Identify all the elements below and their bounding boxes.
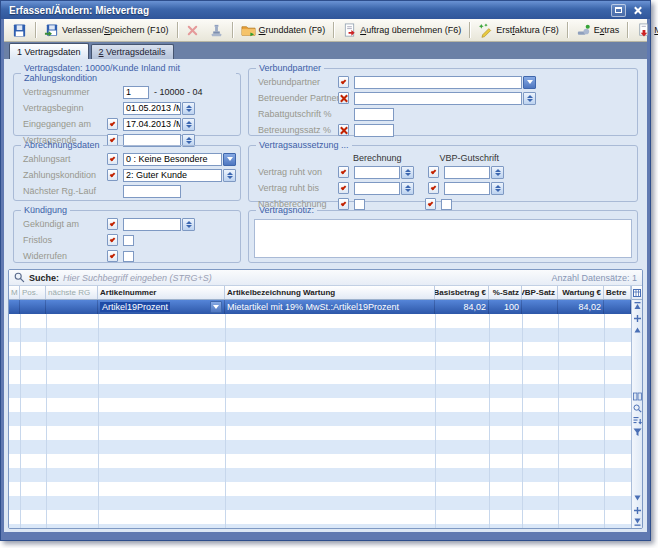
scroll-last-button[interactable] xyxy=(632,516,643,528)
vertragsbeginn-spinner[interactable] xyxy=(182,102,195,115)
append-record-button[interactable] xyxy=(632,504,643,516)
eingegangen-check-icon[interactable] xyxy=(107,118,118,130)
page-down-arrow-icon xyxy=(636,23,651,38)
betreuungssatz-cross-icon[interactable] xyxy=(338,124,349,136)
eingegangen-am-label: Eingegangen am xyxy=(23,119,107,129)
gekuendigt-check-icon[interactable] xyxy=(107,218,118,230)
betreuender-partner-field[interactable] xyxy=(354,92,522,105)
column-header-m[interactable]: M xyxy=(9,286,20,299)
eingegangen-spinner[interactable] xyxy=(182,118,195,131)
scroll-down-button[interactable] xyxy=(632,492,643,504)
column-header-basisbetrag[interactable]: Basisbetrag € xyxy=(435,286,489,299)
betreuender-partner-label: Betreuender Partner xyxy=(258,93,338,103)
insert-record-button[interactable] xyxy=(632,312,643,324)
grid-search-button[interactable] xyxy=(632,402,643,414)
column-header-betre[interactable]: Betre xyxy=(604,286,631,299)
ruht-von-berechnung-spinner[interactable] xyxy=(401,166,414,179)
section-kuendigung: Kündigung Gekündigt am Fristlos Widerruf… xyxy=(13,205,241,263)
ruht-bis-vbp-field[interactable] xyxy=(444,182,490,195)
tab-vertragsdaten[interactable]: 1 Vertragsdaten xyxy=(9,43,89,59)
fristlos-checkbox[interactable] xyxy=(123,235,134,246)
grid-columns-button[interactable] xyxy=(632,390,643,402)
verbundpartner-check-icon[interactable] xyxy=(338,76,349,88)
page-arrow-icon xyxy=(342,23,357,38)
titlebar[interactable]: Erfassen/Ändern: Mietvertrag xyxy=(1,1,650,19)
naechster-rg-lauf-field[interactable] xyxy=(123,185,181,198)
column-header-vbp-satz[interactable]: VBP-Satz xyxy=(522,286,558,299)
vertrag-ruht-bis-label: Vertrag ruht bis xyxy=(258,183,338,193)
fristlos-check-icon[interactable] xyxy=(107,234,118,246)
delete-button[interactable] xyxy=(181,21,204,40)
extras-button[interactable]: Extras xyxy=(571,21,625,40)
column-header-naechste-rg[interactable]: nächste RG xyxy=(46,286,98,299)
betreuungssatz-field[interactable] xyxy=(354,124,394,137)
ruht-von-berechnung-field[interactable] xyxy=(354,166,400,179)
row-pos-cell xyxy=(20,300,46,314)
ruht-bis-vbp-check-icon[interactable] xyxy=(428,182,439,194)
betreuender-spinner[interactable] xyxy=(523,92,536,105)
scroll-up-button[interactable] xyxy=(632,324,643,336)
ruht-bis-berechnung-spinner[interactable] xyxy=(401,182,414,195)
widerrufen-checkbox[interactable] xyxy=(123,251,134,262)
gekuendigt-am-field[interactable] xyxy=(123,218,181,231)
close-button[interactable] xyxy=(630,4,645,17)
grunddaten-button[interactable]: Grunddaten (F9) xyxy=(236,21,331,40)
ruht-bis-vbp-spinner[interactable] xyxy=(491,182,504,195)
column-header-artikelbezeichnung[interactable]: Artikelbezeichnung Wartung xyxy=(225,286,435,299)
grid-filter-button[interactable] xyxy=(632,426,643,438)
ruht-bis-berechnung-field[interactable] xyxy=(354,182,400,195)
tab-vertragsdetails[interactable]: 2 Vertragsdetails xyxy=(91,44,174,59)
vertragsnotiz-textarea[interactable] xyxy=(254,219,632,258)
vertragsnummer-field[interactable]: 1 xyxy=(123,86,149,99)
row-basisbetrag-cell: 84,02 xyxy=(435,300,489,314)
stamp-button[interactable] xyxy=(204,21,229,40)
artikelnummer-dropdown[interactable] xyxy=(210,301,222,313)
zahlungskondition-spinner[interactable] xyxy=(223,169,236,182)
restore-button[interactable] xyxy=(611,4,626,17)
vbp-gutschrift-column-label: VBP-Gutschrift xyxy=(440,153,500,163)
table-row-selected[interactable]: Artikel19Prozent Mietartikel mit 19% MwS… xyxy=(9,300,631,314)
verlassen-speichern-button[interactable]: Verlassen/Speichern (F10) xyxy=(39,21,174,40)
zahlungsart-dropdown[interactable] xyxy=(223,153,236,166)
search-input-hint[interactable]: Hier Suchbegriff eingeben (STRG+S) xyxy=(63,273,212,283)
save-button[interactable] xyxy=(7,21,32,40)
search-icon xyxy=(14,272,25,283)
betreuender-cross-icon[interactable] xyxy=(338,92,349,104)
grid-search-bar[interactable]: Suche: Hier Suchbegriff eingeben (STRG+S… xyxy=(9,270,642,286)
widerrufen-label: Widerrufen xyxy=(23,251,107,261)
widerrufen-check-icon[interactable] xyxy=(107,250,118,262)
gekuendigt-spinner[interactable] xyxy=(182,218,195,231)
zahlungskondition-check-icon[interactable] xyxy=(107,169,118,181)
restore-icon xyxy=(615,7,622,13)
rabattgutschrift-field[interactable] xyxy=(354,108,394,121)
zahlungsart-check-icon[interactable] xyxy=(107,153,118,165)
column-header-artikelnummer[interactable]: Artikelnummer xyxy=(98,286,225,299)
ruht-von-vbp-check-icon[interactable] xyxy=(428,166,439,178)
pen-sparkles-icon xyxy=(478,23,493,38)
verbundpartner-field[interactable] xyxy=(354,76,522,89)
grid-sort-button[interactable] xyxy=(632,414,643,426)
erstfaktura-button[interactable]: Erstfaktura (F8) xyxy=(473,21,564,40)
verbundpartner-dropdown[interactable] xyxy=(523,76,536,89)
ruht-von-vbp-field[interactable] xyxy=(444,166,490,179)
zahlungskondition-field[interactable]: 2: Guter Kunde xyxy=(123,169,222,182)
section-legend: Verbundpartner xyxy=(256,63,324,73)
ruht-bis-berechnung-check-icon[interactable] xyxy=(338,182,349,194)
minderung-button[interactable]: Minderung xyxy=(631,21,658,40)
column-header-wartung[interactable]: Wartung € xyxy=(558,286,604,299)
empty-rows-area[interactable] xyxy=(9,314,631,528)
ruht-von-vbp-spinner[interactable] xyxy=(491,166,504,179)
columns-icon xyxy=(633,392,642,401)
vertragsbeginn-field[interactable]: 01.05.2013 /Mi xyxy=(123,102,181,115)
column-chooser-button[interactable] xyxy=(632,286,643,300)
ruht-von-berechnung-check-icon[interactable] xyxy=(338,166,349,178)
row-naechste-rg-cell xyxy=(46,300,98,314)
eingegangen-am-field[interactable]: 17.04.2013 /Mi xyxy=(123,118,181,131)
auftrag-uebernehmen-button[interactable]: Auftrag übernehmen (F6) xyxy=(337,21,466,40)
column-header-pos[interactable]: Pos. xyxy=(20,286,46,299)
column-header-satz[interactable]: %-Satz xyxy=(489,286,522,299)
zahlungsart-field[interactable]: 0 : Keine Besondere xyxy=(123,153,222,166)
search-label: Suche: xyxy=(29,273,59,283)
scroll-first-button[interactable] xyxy=(632,300,643,312)
row-artikelnummer-cell[interactable]: Artikel19Prozent xyxy=(98,300,225,314)
